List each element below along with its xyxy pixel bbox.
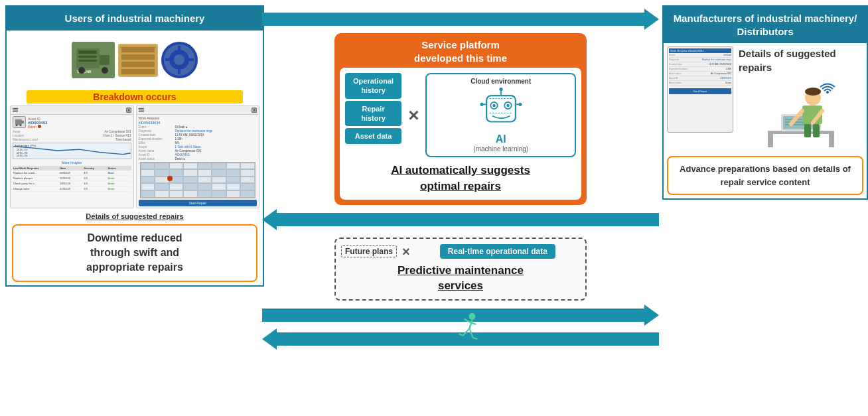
top-right-arrow <box>262 9 659 30</box>
machine-compressor: SULLAIR <box>72 42 115 78</box>
svg-rect-2 <box>78 50 97 54</box>
ai-brain-icon <box>478 87 524 133</box>
advance-preparations-box: Advance preparations based on details of… <box>667 156 863 195</box>
tablet-start-repair[interactable]: Start Repair <box>669 88 731 94</box>
svg-rect-25 <box>15 119 22 125</box>
right-top-section: Work Request #ID05633634 EventOil leak D… <box>667 46 863 151</box>
suggested-repairs-label: Details of suggested repairs <box>7 210 263 222</box>
arrow-head-left <box>262 209 277 230</box>
svg-rect-35 <box>139 111 144 111</box>
svg-point-47 <box>480 103 483 106</box>
breakdown-label: Breakdown occurs <box>27 90 243 104</box>
table-row: Check pump for o... 28/01/18 1/5 Done <box>13 181 131 186</box>
svg-text:26.6: 26.6 <box>16 154 27 157</box>
wr-row-scope: Scope1 Task with 6 Steps <box>139 145 257 149</box>
wr-row-diagnosis: DiagnosisReplace the crankcase rings <box>139 129 257 133</box>
app-screen-work-request: Work Request #ID05633634 EventOil leak ●… <box>136 105 260 208</box>
repair-history-box: Repairhistory <box>345 101 401 127</box>
svg-line-52 <box>470 320 472 328</box>
machine-2 <box>118 44 158 77</box>
svg-point-68 <box>805 88 821 96</box>
right-panel-header: Manufacturers of industrial machinery/ D… <box>664 7 867 43</box>
work-request-id: #ID05633634 <box>139 121 257 125</box>
svg-rect-73 <box>813 124 820 137</box>
tablet-header-bar: Work Request #ID05633634 <box>669 48 731 53</box>
machine-3 <box>161 42 198 78</box>
downtime-box: Downtime reducedthrough swift andappropr… <box>12 224 257 282</box>
svg-rect-22 <box>13 111 18 111</box>
svg-rect-34 <box>139 109 144 110</box>
svg-point-6 <box>102 67 108 74</box>
svg-rect-16 <box>178 46 181 52</box>
operational-history-box: Operationalhistory <box>345 73 401 99</box>
left-panel-content: SULLAIR <box>7 31 263 285</box>
arrow-shaft-mid <box>277 213 659 226</box>
person-illustration <box>739 78 863 151</box>
svg-point-74 <box>826 91 829 94</box>
svg-point-51 <box>469 313 476 320</box>
arrow-head-b <box>644 305 659 326</box>
svg-line-57 <box>459 334 463 336</box>
tablet-row-asset-name: Asset nameAir Compressor 001 <box>669 72 731 76</box>
svg-rect-24 <box>127 109 129 111</box>
ai-subtitle: (machine learning) <box>473 145 528 153</box>
svg-rect-19 <box>187 58 194 61</box>
app-screen-1-content: Asset ID #ID003453 Down AssetAir Compres… <box>11 115 133 193</box>
details-label: Details of suggested repairs <box>739 46 863 74</box>
middle-left-arrow <box>262 209 659 230</box>
wr-row-duration: Expected duration1:30h <box>139 137 257 141</box>
table-row: Change valve 21/01/18 2/5 Done <box>13 186 131 192</box>
right-details-section: Details of suggested repairs <box>739 46 863 151</box>
middle-arrow-row <box>262 209 659 230</box>
svg-text:25.8: 25.8 <box>16 151 27 154</box>
svg-rect-26 <box>22 121 24 123</box>
svg-point-7 <box>78 67 85 74</box>
svg-line-58 <box>473 338 478 339</box>
start-repair-button[interactable]: Start Repair <box>139 200 257 206</box>
mini-chart: Air Pressure (PSI) 26.6 25.8 25.0 24.2 <box>13 143 131 159</box>
realtime-box: Real-time operational data <box>440 244 555 259</box>
arrow-shaft-bl <box>277 332 659 346</box>
running-person <box>457 312 480 345</box>
svg-rect-61 <box>829 134 834 147</box>
right-column: Manufacturers of industrial machinery/ D… <box>662 0 868 416</box>
svg-line-53 <box>465 319 471 322</box>
wr-row-effort: Effort5/5 <box>139 141 257 145</box>
app-screen-2-header <box>137 106 259 115</box>
svg-rect-60 <box>768 134 773 147</box>
svg-rect-1 <box>100 55 109 65</box>
app-screen-2-content: Work Request #ID05633634 EventOil leak ●… <box>137 115 259 208</box>
future-plans-header: Future plans × Real-time operational dat… <box>341 244 580 259</box>
tablet-row-asset-id: Asset ID#ID003453 <box>669 77 731 81</box>
platform-title: Service platformdeveloped this time <box>340 38 581 64</box>
predictive-text: Predictive maintenanceservices <box>341 263 580 295</box>
right-panel: Manufacturers of industrial machinery/ D… <box>662 5 868 200</box>
center-column: Service platformdeveloped this time Oper… <box>259 0 662 416</box>
svg-point-41 <box>492 104 495 107</box>
cloud-label: Cloud environment <box>470 78 531 85</box>
svg-line-56 <box>470 328 473 338</box>
svg-rect-17 <box>178 68 181 74</box>
left-column: Users of industrial machinery SULLAIR <box>0 0 259 416</box>
svg-point-15 <box>174 54 184 65</box>
asset-row-asset: AssetAir Compressor 001 <box>13 130 131 133</box>
app-screen-asset: Asset ID #ID003453 Down AssetAir Compres… <box>10 105 134 208</box>
svg-point-42 <box>506 104 509 107</box>
future-times-symbol: × <box>400 244 412 259</box>
arrow-head <box>644 9 659 30</box>
bottom-left-arrow-row <box>262 328 659 350</box>
svg-point-48 <box>518 103 522 106</box>
platform-top-row: Operationalhistory Repairhistory Asset d… <box>345 73 576 157</box>
wr-row-asset-name: Asset nameAir Compressor 001 <box>139 149 257 153</box>
svg-rect-11 <box>121 62 155 67</box>
svg-rect-12 <box>121 69 155 74</box>
ai-label: AI <box>496 133 506 145</box>
asset-data-box: Asset data <box>345 128 401 144</box>
tablet-row-event: EventOil leak <box>669 54 731 58</box>
platform-inner: Operationalhistory Repairhistory Asset d… <box>340 68 581 200</box>
svg-rect-20 <box>13 107 18 108</box>
more-insights[interactable]: More Insights <box>13 161 131 165</box>
wr-row-asset-id: Asset ID#ID003453 <box>139 153 257 157</box>
tablet-mockup: Work Request #ID05633634 EventOil leak D… <box>667 46 733 133</box>
arrow-shaft-b <box>262 309 644 322</box>
